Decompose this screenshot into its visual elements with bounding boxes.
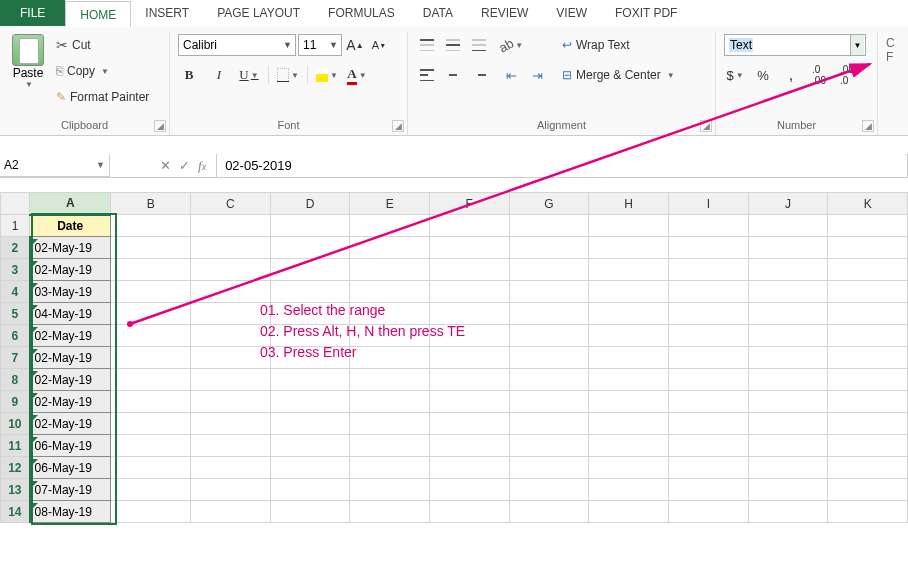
cell-I9[interactable] [668,391,748,413]
cell-C8[interactable] [190,369,270,391]
decrease-indent-button[interactable]: ⇤ [500,64,522,86]
column-header-E[interactable]: E [350,193,430,215]
cell-F2[interactable] [429,237,509,259]
cell-H10[interactable] [589,413,669,435]
cell-G14[interactable] [509,501,589,523]
cell-D13[interactable] [270,479,350,501]
cell-E12[interactable] [350,457,430,479]
cell-D10[interactable] [270,413,350,435]
cell-J3[interactable] [748,259,828,281]
align-middle-button[interactable] [442,34,464,56]
cell-C1[interactable] [190,215,270,237]
cell-A2[interactable]: 02-May-19 [30,237,111,259]
cell-F12[interactable] [429,457,509,479]
cell-I7[interactable] [668,347,748,369]
cell-G9[interactable] [509,391,589,413]
cell-C9[interactable] [190,391,270,413]
cell-F3[interactable] [429,259,509,281]
column-header-D[interactable]: D [270,193,350,215]
cell-G11[interactable] [509,435,589,457]
align-bottom-button[interactable] [468,34,490,56]
cell-C7[interactable] [190,347,270,369]
cell-K9[interactable] [828,391,908,413]
row-header-3[interactable]: 3 [1,259,30,281]
row-header-7[interactable]: 7 [1,347,30,369]
merge-center-button[interactable]: ⊟Merge & Center▼ [558,64,679,86]
cell-K6[interactable] [828,325,908,347]
row-header-14[interactable]: 14 [1,501,30,523]
cell-I13[interactable] [668,479,748,501]
cell-J14[interactable] [748,501,828,523]
tab-page-layout[interactable]: PAGE LAYOUT [203,0,314,26]
cell-F11[interactable] [429,435,509,457]
cell-B3[interactable] [111,259,191,281]
cell-E13[interactable] [350,479,430,501]
increase-font-button[interactable]: A▲ [344,34,366,56]
cell-H7[interactable] [589,347,669,369]
cell-J11[interactable] [748,435,828,457]
enter-formula-button[interactable]: ✓ [179,158,190,173]
cell-C13[interactable] [190,479,270,501]
cell-A14[interactable]: 08-May-19 [30,501,111,523]
formula-input[interactable] [217,154,908,177]
cell-K11[interactable] [828,435,908,457]
cell-J7[interactable] [748,347,828,369]
cell-F13[interactable] [429,479,509,501]
cell-F1[interactable] [429,215,509,237]
cell-C14[interactable] [190,501,270,523]
chevron-down-icon[interactable]: ▼ [850,35,864,55]
cell-B7[interactable] [111,347,191,369]
tab-formulas[interactable]: FORMULAS [314,0,409,26]
cell-E11[interactable] [350,435,430,457]
font-dialog-launcher[interactable]: ◢ [392,120,404,132]
tab-insert[interactable]: INSERT [131,0,203,26]
cell-I8[interactable] [668,369,748,391]
cell-C6[interactable] [190,325,270,347]
cell-H4[interactable] [589,281,669,303]
row-header-6[interactable]: 6 [1,325,30,347]
cell-B2[interactable] [111,237,191,259]
row-header-2[interactable]: 2 [1,237,30,259]
cell-D11[interactable] [270,435,350,457]
decrease-font-button[interactable]: A▼ [368,34,390,56]
cell-H13[interactable] [589,479,669,501]
select-all-corner[interactable] [1,193,30,215]
align-center-button[interactable] [442,64,464,86]
cell-C4[interactable] [190,281,270,303]
cell-B12[interactable] [111,457,191,479]
cell-H11[interactable] [589,435,669,457]
cell-A11[interactable]: 06-May-19 [30,435,111,457]
underline-button[interactable]: U▼ [238,64,260,86]
row-header-10[interactable]: 10 [1,413,30,435]
cell-J5[interactable] [748,303,828,325]
cell-A1[interactable]: Date [30,215,111,237]
cell-G6[interactable] [509,325,589,347]
cell-A10[interactable]: 02-May-19 [30,413,111,435]
cell-K13[interactable] [828,479,908,501]
tab-foxit-pdf[interactable]: FOXIT PDF [601,0,691,26]
cell-G2[interactable] [509,237,589,259]
align-top-button[interactable] [416,34,438,56]
cell-J1[interactable] [748,215,828,237]
cell-G5[interactable] [509,303,589,325]
cell-J2[interactable] [748,237,828,259]
tab-data[interactable]: DATA [409,0,467,26]
cell-H9[interactable] [589,391,669,413]
column-header-K[interactable]: K [828,193,908,215]
cancel-formula-button[interactable]: ✕ [160,158,171,173]
tab-home[interactable]: HOME [65,1,131,27]
cell-A8[interactable]: 02-May-19 [30,369,111,391]
cell-F14[interactable] [429,501,509,523]
tab-review[interactable]: REVIEW [467,0,542,26]
cell-F10[interactable] [429,413,509,435]
cell-J4[interactable] [748,281,828,303]
cell-H8[interactable] [589,369,669,391]
increase-decimal-button[interactable]: .0.00 [808,64,830,86]
cell-K3[interactable] [828,259,908,281]
fx-icon[interactable]: fx [198,158,206,174]
cell-K14[interactable] [828,501,908,523]
cell-K8[interactable] [828,369,908,391]
tab-view[interactable]: VIEW [542,0,601,26]
cell-G3[interactable] [509,259,589,281]
cell-H3[interactable] [589,259,669,281]
